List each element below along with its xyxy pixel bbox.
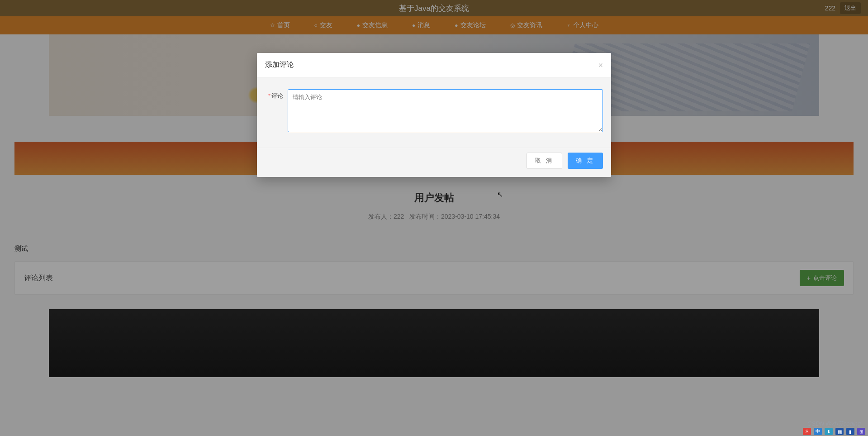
required-mark: * xyxy=(268,92,270,99)
taskbar-icon[interactable]: 中 xyxy=(814,428,822,435)
comment-field-label: *评论 xyxy=(265,89,283,100)
taskbar-icon[interactable]: ⬇ xyxy=(825,428,833,435)
comment-textarea[interactable] xyxy=(288,89,603,132)
confirm-button[interactable]: 确 定 xyxy=(568,153,603,169)
taskbar-icon[interactable]: ⊞ xyxy=(857,428,865,435)
taskbar-icon[interactable]: ▮ xyxy=(846,428,854,435)
taskbar-icon[interactable]: S xyxy=(803,428,811,435)
taskbar-icon[interactable]: ▦ xyxy=(835,428,844,435)
field-label-text: 评论 xyxy=(271,92,283,99)
modal-overlay[interactable]: 添加评论 × *评论 取 消 确 定 xyxy=(0,0,868,436)
close-icon[interactable]: × xyxy=(598,61,603,69)
taskbar: S 中 ⬇ ▦ ▮ ⊞ xyxy=(800,427,868,436)
cancel-button[interactable]: 取 消 xyxy=(526,153,563,169)
dialog-footer: 取 消 确 定 xyxy=(257,148,611,177)
add-comment-dialog: 添加评论 × *评论 取 消 确 定 xyxy=(257,53,611,177)
dialog-header: 添加评论 × xyxy=(257,53,611,77)
form-row-comment: *评论 xyxy=(265,89,603,132)
dialog-title: 添加评论 xyxy=(265,60,294,70)
dialog-body: *评论 xyxy=(257,77,611,148)
